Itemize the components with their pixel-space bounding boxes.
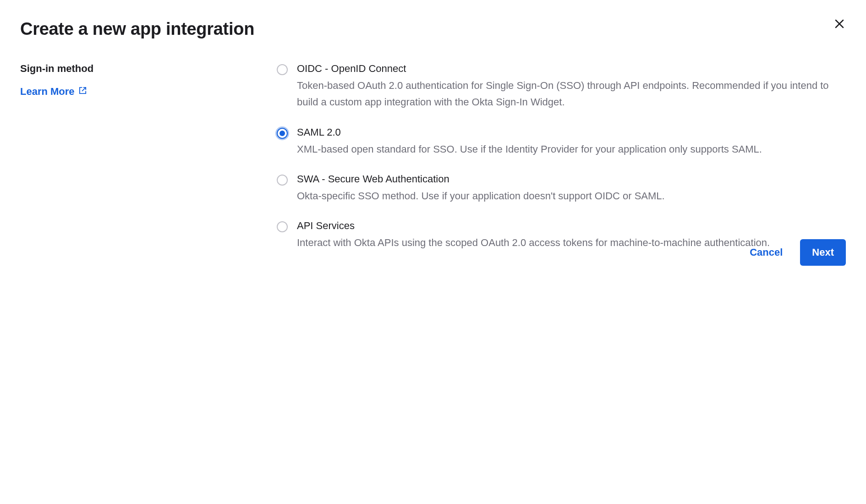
radio-input-saml[interactable] [277, 128, 288, 139]
cancel-button[interactable]: Cancel [745, 241, 787, 264]
radio-option-oidc[interactable]: OIDC - OpenID Connect Token-based OAuth … [277, 63, 832, 111]
radio-input-api-services[interactable] [277, 221, 288, 232]
learn-more-link[interactable]: Learn More [20, 86, 87, 98]
next-button[interactable]: Next [800, 239, 846, 266]
radio-text: OIDC - OpenID Connect Token-based OAuth … [297, 63, 832, 111]
section-label: Sign-in method [20, 63, 277, 75]
modal-footer: Cancel Next [745, 239, 846, 266]
radio-title: SWA - Secure Web Authentication [297, 173, 832, 185]
radio-description: Okta-specific SSO method. Use if your ap… [297, 188, 832, 204]
radio-description: XML-based open standard for SSO. Use if … [297, 141, 832, 158]
modal-title: Create a new app integration [20, 19, 846, 39]
radio-input-oidc[interactable] [277, 64, 288, 75]
radio-text: SAML 2.0 XML-based open standard for SSO… [297, 126, 832, 158]
radio-option-saml[interactable]: SAML 2.0 XML-based open standard for SSO… [277, 126, 832, 158]
right-column: OIDC - OpenID Connect Token-based OAuth … [277, 63, 846, 267]
close-icon [835, 23, 844, 30]
external-link-icon [78, 86, 87, 98]
radio-title: SAML 2.0 [297, 126, 832, 138]
radio-text: SWA - Secure Web Authentication Okta-spe… [297, 173, 832, 204]
radio-title: API Services [297, 220, 832, 232]
radio-input-swa[interactable] [277, 175, 288, 186]
radio-option-swa[interactable]: SWA - Secure Web Authentication Okta-spe… [277, 173, 832, 204]
close-button[interactable] [833, 17, 846, 32]
radio-description: Token-based OAuth 2.0 authentication for… [297, 77, 832, 111]
left-column: Sign-in method Learn More [20, 63, 277, 267]
learn-more-text: Learn More [20, 86, 75, 98]
radio-title: OIDC - OpenID Connect [297, 63, 832, 75]
create-app-integration-modal: Create a new app integration Sign-in met… [0, 0, 866, 286]
content-row: Sign-in method Learn More OIDC - OpenID … [20, 63, 846, 267]
